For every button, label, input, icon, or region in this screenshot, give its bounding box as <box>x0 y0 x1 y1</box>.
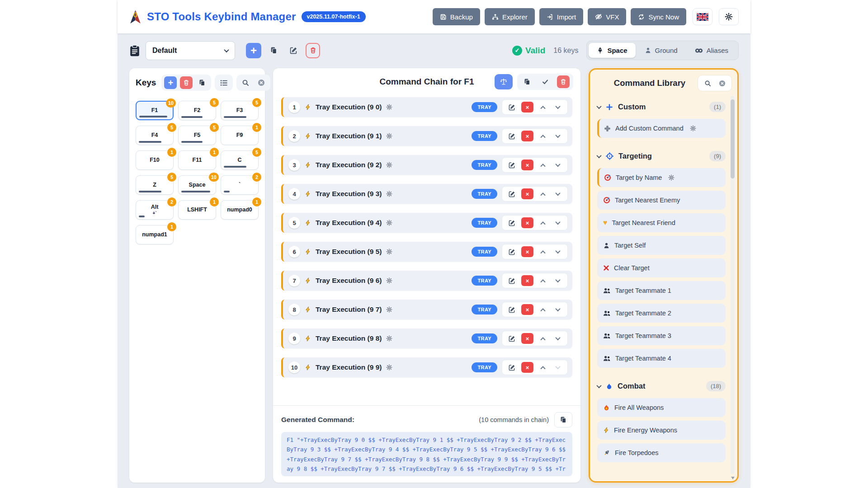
edit-command-button[interactable] <box>506 362 517 373</box>
vfx-button[interactable]: VFX <box>588 8 626 25</box>
library-command-item[interactable]: Target Nearest Enemy <box>597 191 726 210</box>
move-up-button[interactable] <box>538 217 548 228</box>
settings-button[interactable] <box>719 8 739 25</box>
gear-icon[interactable] <box>386 104 392 110</box>
key-card[interactable]: Z 5 <box>136 175 174 195</box>
key-card[interactable]: F9 1 <box>221 126 259 145</box>
duplicate-key-button[interactable] <box>196 76 208 89</box>
stabilize-chain-button[interactable] <box>495 74 513 89</box>
delete-command-button[interactable]: × <box>521 188 533 199</box>
command-row[interactable]: 1 Tray Execution (9 0) TRAY × <box>281 97 572 117</box>
library-command-item[interactable]: Target Teammate 1 <box>597 281 726 300</box>
library-command-item[interactable]: Target Teammate 3 <box>597 326 726 345</box>
gear-icon[interactable] <box>386 162 392 168</box>
delete-key-button[interactable] <box>180 76 193 89</box>
library-section-header[interactable]: Combat (18) <box>597 374 726 397</box>
gear-icon[interactable] <box>386 306 392 313</box>
copy-generated-command-button[interactable] <box>554 412 572 427</box>
move-up-button[interactable] <box>538 188 548 199</box>
move-down-button[interactable] <box>552 102 563 113</box>
delete-command-button[interactable]: × <box>521 246 533 257</box>
move-down-button[interactable] <box>552 217 563 228</box>
sync-now-button[interactable]: Sync Now <box>631 8 686 25</box>
move-down-button[interactable] <box>552 246 563 257</box>
command-row[interactable]: 8 Tray Execution (9 7) TRAY × <box>281 300 572 319</box>
command-row[interactable]: 10 Tray Execution (9 9) TRAY × <box>281 357 572 377</box>
copy-chain-button[interactable] <box>521 75 533 88</box>
move-down-button[interactable] <box>552 333 563 344</box>
gear-icon[interactable] <box>386 335 392 342</box>
scroll-down-arrow[interactable] <box>731 477 735 479</box>
key-card[interactable]: ` 2 <box>221 175 259 195</box>
delete-command-button[interactable]: × <box>521 362 533 373</box>
library-command-item[interactable]: Fire All Weapons <box>597 398 726 417</box>
edit-profile-button[interactable] <box>286 43 301 58</box>
move-up-button[interactable] <box>538 362 548 373</box>
clear-chain-button[interactable] <box>557 75 570 88</box>
language-flag-button[interactable] <box>693 8 712 25</box>
backup-button[interactable]: Backup <box>433 8 480 25</box>
add-profile-button[interactable]: + <box>246 43 261 58</box>
library-command-item[interactable]: Target Teammate 4 <box>597 349 726 368</box>
command-row[interactable]: 5 Tray Execution (9 4) TRAY × <box>281 213 572 233</box>
edit-command-button[interactable] <box>506 160 517 170</box>
search-library-button[interactable] <box>703 78 712 88</box>
add-key-button[interactable]: + <box>164 76 177 89</box>
gear-icon[interactable] <box>668 174 675 181</box>
command-row[interactable]: 6 Tray Execution (9 5) TRAY × <box>281 242 572 262</box>
move-up-button[interactable] <box>538 304 548 315</box>
key-card[interactable]: C 5 <box>221 150 259 170</box>
clone-profile-button[interactable] <box>266 43 281 58</box>
move-down-button[interactable] <box>552 304 563 315</box>
key-card[interactable]: F2 5 <box>178 101 216 120</box>
delete-command-button[interactable]: × <box>521 217 533 228</box>
edit-command-button[interactable] <box>506 188 517 199</box>
delete-command-button[interactable]: × <box>521 131 533 141</box>
edit-command-button[interactable] <box>506 246 517 257</box>
key-card[interactable]: F3 5 <box>221 101 259 120</box>
clear-search-button[interactable] <box>255 76 268 89</box>
library-command-item[interactable]: Target Self <box>597 236 726 255</box>
profile-select[interactable]: Default <box>146 41 235 60</box>
mode-tab-aliases[interactable]: Aliases <box>687 43 736 58</box>
gear-icon[interactable] <box>386 191 392 197</box>
delete-command-button[interactable]: × <box>521 304 533 315</box>
key-card[interactable]: F10 1 <box>136 150 174 170</box>
library-command-item[interactable]: Clear Target <box>597 258 726 277</box>
clear-library-search-button[interactable] <box>717 78 727 88</box>
mode-tab-space[interactable]: Space <box>589 43 635 58</box>
move-up-button[interactable] <box>538 333 548 344</box>
library-section-header[interactable]: Targeting (9) <box>597 144 726 167</box>
key-card[interactable]: numpad0 1 <box>221 200 259 220</box>
library-command-item[interactable]: Add Custom Command <box>597 119 726 138</box>
key-card[interactable]: F11 1 <box>178 150 216 170</box>
delete-command-button[interactable]: × <box>521 275 533 286</box>
library-command-item[interactable]: ♥ Target Nearest Friend <box>597 213 726 232</box>
key-list-view-button[interactable] <box>217 76 230 89</box>
library-command-item[interactable]: Fire Energy Weapons <box>597 421 726 440</box>
command-row[interactable]: 9 Tray Execution (9 8) TRAY × <box>281 328 572 348</box>
move-up-button[interactable] <box>538 160 548 170</box>
move-up-button[interactable] <box>538 275 548 286</box>
move-down-button[interactable] <box>552 275 563 286</box>
gear-icon[interactable] <box>386 364 392 371</box>
import-button[interactable]: Import <box>539 8 584 25</box>
gear-icon[interactable] <box>386 133 392 139</box>
library-command-item[interactable]: Fire Torpedoes <box>597 443 726 462</box>
library-section-header[interactable]: Custom (1) <box>597 95 726 118</box>
search-keys-button[interactable] <box>239 76 252 89</box>
library-command-item[interactable]: Target by Name <box>597 168 726 187</box>
delete-command-button[interactable]: × <box>521 333 533 344</box>
validate-chain-button[interactable] <box>539 75 552 88</box>
delete-command-button[interactable]: × <box>521 160 533 170</box>
gear-icon[interactable] <box>386 220 392 226</box>
move-down-button[interactable] <box>552 131 563 141</box>
key-card[interactable]: Space 10 <box>178 175 216 195</box>
move-up-button[interactable] <box>538 102 548 113</box>
move-down-button[interactable] <box>552 188 563 199</box>
key-card[interactable]: Alt +` 2 <box>136 200 174 220</box>
edit-command-button[interactable] <box>506 275 517 286</box>
edit-command-button[interactable] <box>506 304 517 315</box>
move-up-button[interactable] <box>538 246 548 257</box>
command-row[interactable]: 2 Tray Execution (9 1) TRAY × <box>281 126 572 146</box>
